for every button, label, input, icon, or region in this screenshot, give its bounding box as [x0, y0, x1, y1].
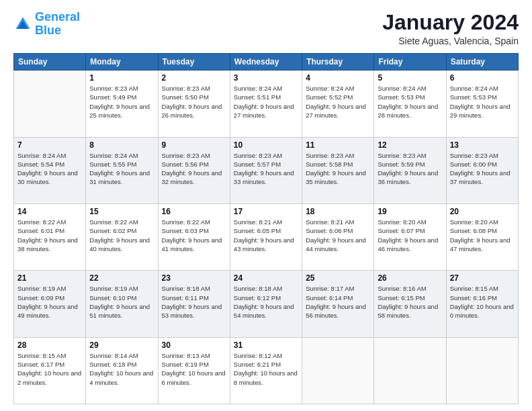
- cell-text: Sunrise: 8:23 AMSunset: 5:50 PMDaylight:…: [162, 84, 226, 120]
- day-number: 24: [234, 273, 298, 283]
- cell-text: Sunrise: 8:24 AMSunset: 5:53 PMDaylight:…: [378, 84, 442, 120]
- calendar-page: General Blue January 2024 Siete Aguas, V…: [0, 0, 532, 411]
- header-friday: Friday: [374, 54, 446, 71]
- table-cell: [14, 71, 86, 137]
- location-subtitle: Siete Aguas, Valencia, Spain: [382, 36, 519, 46]
- cell-text: Sunrise: 8:23 AMSunset: 5:56 PMDaylight:…: [162, 151, 226, 187]
- cell-text: Sunrise: 8:22 AMSunset: 6:01 PMDaylight:…: [17, 218, 82, 253]
- day-number: 27: [450, 273, 515, 283]
- table-cell: 31Sunrise: 8:12 AMSunset: 6:21 PMDayligh…: [230, 337, 302, 404]
- cell-text: Sunrise: 8:22 AMSunset: 6:02 PMDaylight:…: [89, 218, 154, 253]
- cell-text: Sunrise: 8:23 AMSunset: 6:00 PMDaylight:…: [450, 151, 515, 187]
- header-row: Sunday Monday Tuesday Wednesday Thursday…: [14, 54, 519, 71]
- table-cell: [302, 337, 374, 404]
- cell-text: Sunrise: 8:12 AMSunset: 6:21 PMDaylight:…: [234, 351, 298, 387]
- day-number: 12: [378, 140, 442, 150]
- day-number: 30: [162, 340, 226, 350]
- cell-text: Sunrise: 8:17 AMSunset: 6:14 PMDaylight:…: [306, 284, 370, 320]
- table-cell: 3Sunrise: 8:24 AMSunset: 5:51 PMDaylight…: [230, 71, 302, 137]
- cell-text: Sunrise: 8:13 AMSunset: 6:19 PMDaylight:…: [162, 351, 226, 387]
- header-tuesday: Tuesday: [158, 54, 230, 71]
- table-cell: 14Sunrise: 8:22 AMSunset: 6:01 PMDayligh…: [14, 203, 86, 270]
- day-number: 7: [17, 140, 82, 150]
- cell-text: Sunrise: 8:23 AMSunset: 5:59 PMDaylight:…: [378, 151, 442, 187]
- table-cell: 19Sunrise: 8:20 AMSunset: 6:07 PMDayligh…: [374, 203, 446, 270]
- month-title: January 2024: [382, 11, 519, 34]
- table-cell: 30Sunrise: 8:13 AMSunset: 6:19 PMDayligh…: [158, 337, 230, 404]
- table-cell: 1Sunrise: 8:23 AMSunset: 5:49 PMDaylight…: [86, 71, 158, 137]
- day-number: 14: [17, 207, 82, 216]
- table-cell: 6Sunrise: 8:24 AMSunset: 5:53 PMDaylight…: [446, 71, 518, 137]
- table-cell: 20Sunrise: 8:20 AMSunset: 6:08 PMDayligh…: [446, 203, 518, 270]
- table-cell: 22Sunrise: 8:19 AMSunset: 6:10 PMDayligh…: [86, 271, 158, 337]
- cell-text: Sunrise: 8:19 AMSunset: 6:09 PMDaylight:…: [17, 284, 82, 320]
- logo-line2: Blue: [35, 24, 61, 37]
- table-cell: 29Sunrise: 8:14 AMSunset: 6:18 PMDayligh…: [86, 337, 158, 404]
- table-cell: 4Sunrise: 8:24 AMSunset: 5:52 PMDaylight…: [302, 71, 374, 137]
- day-number: 2: [162, 73, 226, 83]
- table-cell: 27Sunrise: 8:15 AMSunset: 6:16 PMDayligh…: [446, 271, 518, 337]
- day-number: 16: [162, 207, 226, 216]
- table-cell: 16Sunrise: 8:22 AMSunset: 6:03 PMDayligh…: [158, 203, 230, 270]
- header-wednesday: Wednesday: [230, 54, 302, 71]
- day-number: 29: [89, 340, 154, 350]
- day-number: 15: [89, 207, 154, 216]
- header-saturday: Saturday: [446, 54, 518, 71]
- cell-text: Sunrise: 8:14 AMSunset: 6:18 PMDaylight:…: [89, 351, 154, 387]
- day-number: 4: [306, 73, 370, 83]
- table-cell: 10Sunrise: 8:23 AMSunset: 5:57 PMDayligh…: [230, 137, 302, 203]
- logo: General Blue: [13, 11, 80, 38]
- cell-text: Sunrise: 8:24 AMSunset: 5:53 PMDaylight:…: [450, 84, 515, 120]
- day-number: 25: [306, 273, 370, 283]
- table-cell: 18Sunrise: 8:21 AMSunset: 6:06 PMDayligh…: [302, 203, 374, 270]
- table-cell: 13Sunrise: 8:23 AMSunset: 6:00 PMDayligh…: [446, 137, 518, 203]
- table-row: 14Sunrise: 8:22 AMSunset: 6:01 PMDayligh…: [14, 203, 519, 270]
- day-number: 19: [378, 207, 442, 216]
- table-cell: 7Sunrise: 8:24 AMSunset: 5:54 PMDaylight…: [14, 137, 86, 203]
- table-cell: 9Sunrise: 8:23 AMSunset: 5:56 PMDaylight…: [158, 137, 230, 203]
- day-number: 23: [162, 273, 226, 283]
- cell-text: Sunrise: 8:20 AMSunset: 6:08 PMDaylight:…: [450, 218, 515, 253]
- day-number: 8: [89, 140, 154, 150]
- cell-text: Sunrise: 8:24 AMSunset: 5:52 PMDaylight:…: [306, 84, 370, 120]
- table-cell: 23Sunrise: 8:18 AMSunset: 6:11 PMDayligh…: [158, 271, 230, 337]
- day-number: 17: [234, 207, 298, 216]
- header: General Blue January 2024 Siete Aguas, V…: [13, 11, 519, 46]
- title-block: January 2024 Siete Aguas, Valencia, Spai…: [382, 11, 519, 46]
- table-cell: 28Sunrise: 8:15 AMSunset: 6:17 PMDayligh…: [14, 337, 86, 404]
- cell-text: Sunrise: 8:22 AMSunset: 6:03 PMDaylight:…: [162, 218, 226, 253]
- cell-text: Sunrise: 8:21 AMSunset: 6:05 PMDaylight:…: [234, 218, 298, 253]
- logo-icon: [13, 15, 32, 34]
- table-row: 1Sunrise: 8:23 AMSunset: 5:49 PMDaylight…: [14, 71, 519, 137]
- day-number: 5: [378, 73, 442, 83]
- cell-text: Sunrise: 8:20 AMSunset: 6:07 PMDaylight:…: [378, 218, 442, 253]
- day-number: 11: [306, 140, 370, 150]
- cell-text: Sunrise: 8:23 AMSunset: 5:58 PMDaylight:…: [306, 151, 370, 187]
- logo-line1: General: [35, 10, 80, 24]
- cell-text: Sunrise: 8:24 AMSunset: 5:51 PMDaylight:…: [234, 84, 298, 120]
- cell-text: Sunrise: 8:24 AMSunset: 5:55 PMDaylight:…: [89, 151, 154, 187]
- table-cell: 24Sunrise: 8:18 AMSunset: 6:12 PMDayligh…: [230, 271, 302, 337]
- table-cell: [446, 337, 518, 404]
- day-number: 10: [234, 140, 298, 150]
- day-number: 21: [17, 273, 82, 283]
- table-cell: 8Sunrise: 8:24 AMSunset: 5:55 PMDaylight…: [86, 137, 158, 203]
- table-row: 7Sunrise: 8:24 AMSunset: 5:54 PMDaylight…: [14, 137, 519, 203]
- day-number: 6: [450, 73, 515, 83]
- table-cell: 12Sunrise: 8:23 AMSunset: 5:59 PMDayligh…: [374, 137, 446, 203]
- table-cell: 2Sunrise: 8:23 AMSunset: 5:50 PMDaylight…: [158, 71, 230, 137]
- cell-text: Sunrise: 8:15 AMSunset: 6:16 PMDaylight:…: [450, 284, 515, 320]
- table-cell: 26Sunrise: 8:16 AMSunset: 6:15 PMDayligh…: [374, 271, 446, 337]
- cell-text: Sunrise: 8:23 AMSunset: 5:57 PMDaylight:…: [234, 151, 298, 187]
- day-number: 1: [89, 73, 154, 83]
- cell-text: Sunrise: 8:24 AMSunset: 5:54 PMDaylight:…: [17, 151, 82, 187]
- day-number: 28: [17, 340, 82, 350]
- table-cell: 25Sunrise: 8:17 AMSunset: 6:14 PMDayligh…: [302, 271, 374, 337]
- day-number: 20: [450, 207, 515, 216]
- cell-text: Sunrise: 8:16 AMSunset: 6:15 PMDaylight:…: [378, 284, 442, 320]
- cell-text: Sunrise: 8:19 AMSunset: 6:10 PMDaylight:…: [89, 284, 154, 320]
- logo-text: General Blue: [35, 11, 80, 38]
- cell-text: Sunrise: 8:18 AMSunset: 6:12 PMDaylight:…: [234, 284, 298, 320]
- day-number: 3: [234, 73, 298, 83]
- table-cell: [374, 337, 446, 404]
